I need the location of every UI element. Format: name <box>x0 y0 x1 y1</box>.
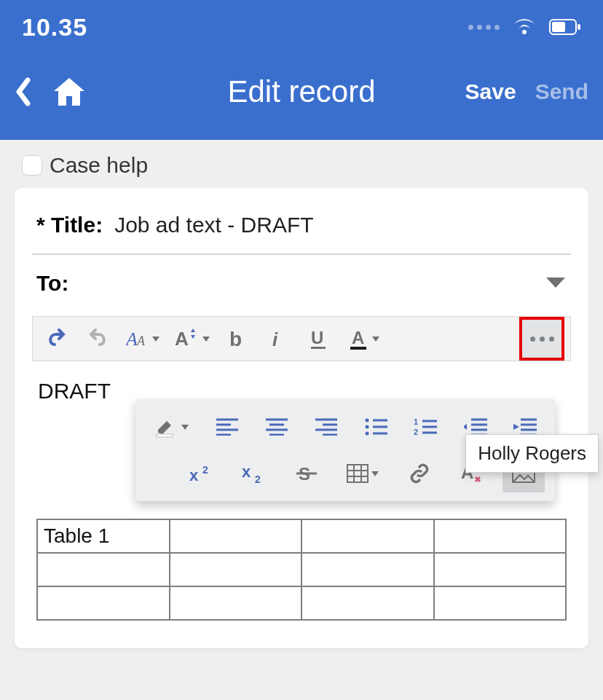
signal-dots-icon <box>468 25 500 30</box>
table-row <box>37 586 566 620</box>
svg-text:2: 2 <box>255 473 261 484</box>
svg-marker-42 <box>464 424 467 430</box>
status-right <box>468 18 581 36</box>
table-cell[interactable] <box>434 553 567 586</box>
content-table[interactable]: Table 1 <box>36 519 567 621</box>
editor-toolbar: AA A b i U A <box>32 316 571 361</box>
bold-button[interactable]: b <box>219 321 256 356</box>
svg-text:2: 2 <box>202 464 208 476</box>
undo-button[interactable] <box>39 321 75 356</box>
table-row <box>37 553 566 586</box>
italic-button[interactable]: i <box>260 321 296 356</box>
superscript-button[interactable]: x2 <box>181 455 224 492</box>
title-row: * Title: Job ad text - DRAFT <box>32 205 571 255</box>
home-icon[interactable] <box>52 76 86 107</box>
svg-text:b: b <box>229 329 242 349</box>
underline-button[interactable]: U <box>301 321 337 356</box>
table-row: Table 1 <box>37 519 566 553</box>
table-cell[interactable] <box>434 519 567 553</box>
svg-point-28 <box>366 425 369 429</box>
table-cell[interactable] <box>302 519 434 553</box>
svg-text:A: A <box>175 328 189 350</box>
strikethrough-button[interactable]: S <box>285 455 328 492</box>
svg-text:x: x <box>242 463 251 481</box>
table-cell[interactable] <box>170 519 302 553</box>
svg-text:2: 2 <box>414 428 418 436</box>
app-header: Edit record Save Send <box>0 54 603 140</box>
table-cell[interactable] <box>37 553 170 586</box>
wifi-icon <box>513 18 536 36</box>
highlight-color-button[interactable] <box>146 408 197 446</box>
case-help-checkbox[interactable] <box>22 155 42 176</box>
case-help-label: Case help <box>50 153 148 178</box>
svg-text:A: A <box>126 329 138 350</box>
svg-point-29 <box>366 432 369 436</box>
table-cell[interactable] <box>37 586 170 620</box>
back-icon[interactable] <box>15 77 32 106</box>
numbered-list-button[interactable]: 12 <box>406 408 445 446</box>
editor-body-text: DRAFT <box>36 379 111 403</box>
bulleted-list-button[interactable] <box>356 408 395 446</box>
to-label: To: <box>36 271 68 296</box>
svg-rect-1 <box>552 22 565 32</box>
svg-text:A: A <box>136 334 146 348</box>
svg-text:U: U <box>311 328 323 347</box>
table-cell[interactable] <box>302 586 434 620</box>
table-cell[interactable] <box>302 553 434 586</box>
svg-point-27 <box>366 419 369 422</box>
status-bar: 10.35 <box>0 0 603 54</box>
tooltip-text: Holly Rogers <box>478 442 586 464</box>
font-family-button[interactable]: AA <box>120 321 165 356</box>
svg-text:1: 1 <box>414 418 418 426</box>
send-button[interactable]: Send <box>535 79 588 104</box>
table-cell[interactable]: Table 1 <box>37 519 170 553</box>
svg-text:i: i <box>272 329 278 349</box>
svg-rect-11 <box>311 347 326 349</box>
svg-text:A: A <box>352 328 364 347</box>
to-row[interactable]: To: <box>32 255 571 312</box>
font-size-button[interactable]: A <box>170 321 215 356</box>
svg-rect-13 <box>350 347 366 350</box>
align-center-button[interactable] <box>257 408 296 446</box>
svg-text:x: x <box>189 466 199 484</box>
svg-marker-47 <box>513 424 519 430</box>
subheader: Case help <box>0 140 603 188</box>
table-cell[interactable] <box>434 586 567 620</box>
svg-rect-54 <box>347 465 368 482</box>
toolbar-more-button[interactable] <box>519 317 564 361</box>
text-color-button[interactable]: A <box>342 321 387 356</box>
redo-button[interactable] <box>79 321 116 356</box>
svg-rect-2 <box>578 24 580 30</box>
insert-link-button[interactable] <box>398 455 441 492</box>
align-right-button[interactable] <box>307 408 346 446</box>
clock: 10.35 <box>22 13 87 42</box>
tooltip: Holly Rogers <box>465 434 599 473</box>
svg-marker-6 <box>191 329 195 332</box>
table-cell[interactable] <box>170 586 302 620</box>
save-button[interactable]: Save <box>465 79 516 104</box>
insert-table-button[interactable] <box>338 455 388 492</box>
subscript-button[interactable]: x2 <box>233 455 275 492</box>
title-label: * Title: <box>36 213 103 237</box>
align-left-button[interactable] <box>207 408 246 446</box>
title-value[interactable]: Job ad text - DRAFT <box>114 213 313 237</box>
svg-marker-7 <box>191 335 195 339</box>
battery-icon <box>549 19 581 35</box>
svg-rect-14 <box>157 434 173 437</box>
table-cell[interactable] <box>170 553 302 586</box>
chevron-down-icon[interactable] <box>545 276 567 291</box>
